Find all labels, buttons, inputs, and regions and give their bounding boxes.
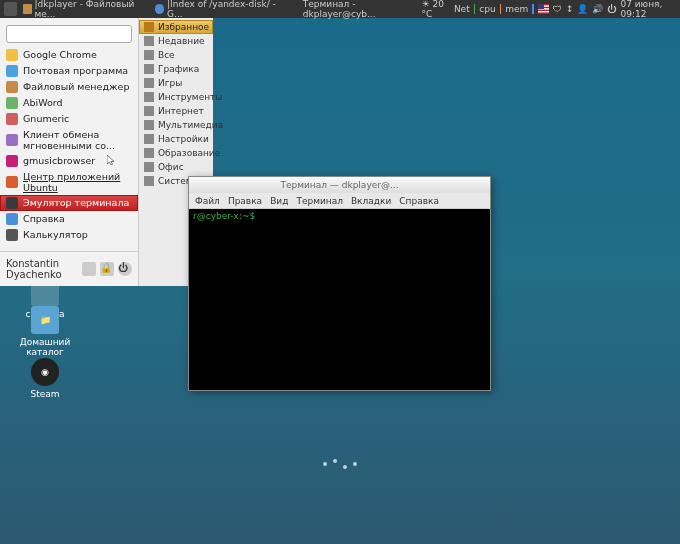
category-item[interactable]: Офис: [139, 160, 213, 174]
application-menu: Google ChromeПочтовая программаФайловый …: [0, 18, 213, 286]
terminal-menu-item[interactable]: Терминал: [296, 196, 343, 206]
app-item[interactable]: Файловый менеджер: [0, 79, 138, 95]
category-item[interactable]: Все: [139, 48, 213, 62]
app-label: Справка: [23, 213, 65, 224]
sound-icon[interactable]: 🔊: [592, 4, 603, 14]
app-label: AbiWord: [23, 97, 63, 108]
cpu-bar-icon: [500, 4, 502, 14]
category-label: Недавние: [158, 36, 205, 46]
category-item[interactable]: Образование: [139, 146, 213, 160]
weather-widget[interactable]: ☀ 20 °C: [422, 0, 450, 19]
category-label: Все: [158, 50, 175, 60]
category-item[interactable]: Графика: [139, 62, 213, 76]
app-label: Калькулятор: [23, 229, 88, 240]
taskbar-window-2[interactable]: |Index of /yandex-disk/ - G...: [151, 0, 285, 20]
desktop-icon-home[interactable]: 📁 Домашний каталог: [15, 306, 75, 357]
network-icon[interactable]: ↕: [566, 4, 574, 14]
category-item[interactable]: Настройки: [139, 132, 213, 146]
app-icon: [6, 113, 18, 125]
datetime[interactable]: 07 июня, 09:12: [620, 0, 676, 19]
app-item[interactable]: Клиент обмена мгновенными со...: [0, 127, 138, 153]
net-indicator[interactable]: Net: [454, 4, 470, 14]
user-icon[interactable]: 👤: [577, 4, 588, 14]
terminal-menu-item[interactable]: Вид: [270, 196, 288, 206]
category-icon: [144, 64, 154, 74]
app-label: Эмулятор терминала: [23, 197, 129, 208]
category-item[interactable]: Инструменты: [139, 90, 213, 104]
favorites-list: Google ChromeПочтовая программаФайловый …: [0, 47, 138, 252]
terminal-menu-item[interactable]: Правка: [228, 196, 262, 206]
category-item[interactable]: Мультимедиа: [139, 118, 213, 132]
category-item[interactable]: Избранное: [139, 20, 213, 34]
cpu-indicator[interactable]: cpu: [479, 4, 495, 14]
app-icon: [6, 197, 18, 209]
taskbar-window-3[interactable]: Терминал - dkplayer@cyb...: [287, 0, 422, 20]
dot-icon: [353, 462, 357, 466]
app-label: Файловый менеджер: [23, 81, 129, 92]
terminal-menubar: ФайлПравкаВидТерминалВкладкиСправка: [189, 193, 490, 209]
category-icon: [144, 78, 154, 88]
category-label: Избранное: [158, 22, 209, 32]
app-label: Gnumeric: [23, 113, 69, 124]
mem-indicator[interactable]: mem: [505, 4, 528, 14]
settings-icon[interactable]: [82, 262, 96, 276]
chrome-icon: [155, 4, 164, 14]
category-icon: [144, 92, 154, 102]
category-item[interactable]: Недавние: [139, 34, 213, 48]
app-item[interactable]: Калькулятор: [0, 227, 138, 243]
terminal-icon: [291, 4, 300, 14]
app-item[interactable]: Gnumeric: [0, 111, 138, 127]
terminal-menu-item[interactable]: Справка: [399, 196, 439, 206]
app-icon: [6, 65, 18, 77]
terminal-body[interactable]: r@cyber-x:~$: [189, 209, 490, 390]
desktop-icon-steam[interactable]: ◉ Steam: [15, 358, 75, 399]
category-icon: [144, 134, 154, 144]
taskbar-left-group: |dkplayer - Файловый ме... |Index of /ya…: [4, 0, 422, 20]
app-label: Центр приложений Ubuntu: [23, 171, 132, 193]
footer-action-group: 🔒 ⏻: [82, 262, 132, 276]
app-item[interactable]: Google Chrome: [0, 47, 138, 63]
updates-icon[interactable]: 🛡: [553, 4, 562, 14]
app-menu-favorites-pane: Google ChromeПочтовая программаФайловый …: [0, 18, 138, 286]
dot-icon: [343, 465, 347, 469]
user-name: Konstantin Dyachenko: [6, 258, 82, 280]
keyboard-layout-icon[interactable]: [538, 4, 549, 14]
terminal-menu-item[interactable]: Файл: [195, 196, 220, 206]
app-item[interactable]: Почтовая программа: [0, 63, 138, 79]
search-input[interactable]: [6, 25, 132, 43]
power-icon[interactable]: ⏻: [607, 4, 616, 14]
app-item[interactable]: Справка: [0, 211, 138, 227]
app-icon: [6, 134, 18, 146]
app-item[interactable]: Эмулятор терминала: [0, 195, 138, 211]
power-icon[interactable]: ⏻: [118, 262, 132, 276]
app-item[interactable]: gmusicbrowser: [0, 153, 138, 169]
category-item[interactable]: Игры: [139, 76, 213, 90]
category-icon: [144, 50, 154, 60]
terminal-menu-item[interactable]: Вкладки: [351, 196, 391, 206]
app-icon: [6, 81, 18, 93]
category-label: Интернет: [158, 106, 204, 116]
window-title: Терминал — dkplayer@...: [280, 180, 398, 190]
dot-icon: [323, 462, 327, 466]
taskbar-right-group: ☀ 20 °C Net cpu mem 🛡 ↕ 👤 🔊 ⏻ 07 июня, 0…: [422, 0, 676, 19]
mem-bar-icon: [532, 4, 534, 14]
lock-icon[interactable]: 🔒: [100, 262, 114, 276]
window-titlebar[interactable]: Терминал — dkplayer@...: [189, 177, 490, 193]
app-item[interactable]: Центр приложений Ubuntu: [0, 169, 138, 195]
steam-icon: ◉: [31, 358, 59, 386]
category-icon: [144, 106, 154, 116]
app-label: Google Chrome: [23, 49, 97, 60]
search-container: [0, 18, 138, 47]
start-menu-icon[interactable]: [4, 2, 17, 16]
taskbar-window-1[interactable]: |dkplayer - Файловый ме...: [19, 0, 150, 20]
category-icon: [144, 22, 154, 32]
app-label: Клиент обмена мгновенными со...: [23, 129, 132, 151]
svg-rect-3: [538, 11, 549, 12]
category-label: Настройки: [158, 134, 209, 144]
category-item[interactable]: Интернет: [139, 104, 213, 118]
app-item[interactable]: AbiWord: [0, 95, 138, 111]
category-label: Игры: [158, 78, 182, 88]
loading-indicator: [323, 462, 357, 469]
net-bar-icon: [474, 4, 476, 14]
category-icon: [144, 176, 154, 186]
